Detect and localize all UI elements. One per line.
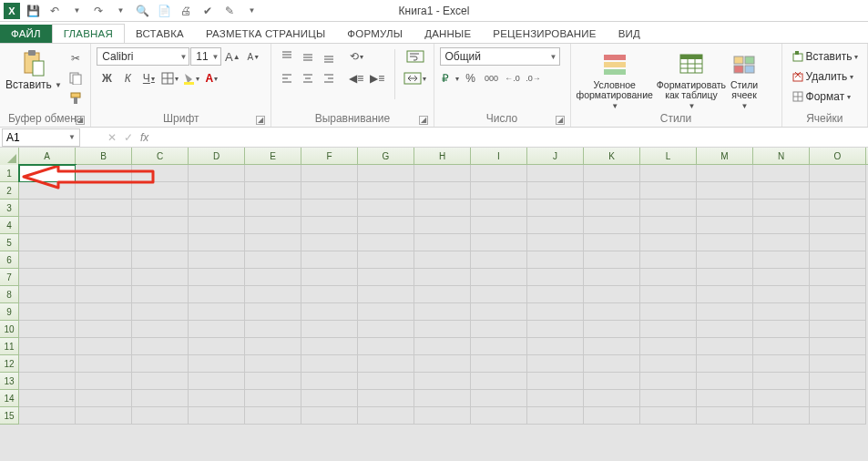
cell[interactable] (245, 407, 301, 425)
cell[interactable] (640, 373, 697, 390)
cell[interactable] (301, 182, 358, 200)
grow-font-icon[interactable]: A▲ (222, 47, 242, 66)
cell[interactable] (189, 338, 245, 355)
column-header[interactable]: J (527, 148, 584, 164)
cell[interactable] (697, 355, 753, 373)
cell[interactable] (245, 234, 301, 251)
cell[interactable] (358, 286, 414, 303)
cell[interactable] (301, 338, 358, 355)
touch-mode-icon[interactable]: ✎ (220, 2, 239, 20)
page-setup-icon[interactable]: 📄 (155, 2, 173, 20)
cell[interactable] (189, 269, 245, 286)
cell[interactable] (19, 373, 76, 390)
row-header[interactable]: 2 (0, 182, 19, 200)
cell[interactable] (76, 407, 132, 425)
underline-button[interactable]: Ч▾ (138, 69, 158, 87)
align-left-icon[interactable] (277, 69, 297, 87)
cell[interactable] (19, 390, 76, 407)
number-launcher-icon[interactable]: ◢ (556, 116, 565, 125)
name-box[interactable]: A1▼ (2, 128, 80, 147)
cell[interactable] (414, 251, 471, 269)
cell[interactable] (810, 165, 866, 182)
cell[interactable] (245, 217, 301, 234)
cell[interactable] (301, 373, 358, 390)
cell[interactable] (132, 234, 189, 251)
cell[interactable] (640, 269, 697, 286)
cell[interactable] (640, 217, 697, 234)
cell[interactable] (471, 251, 527, 269)
cell[interactable] (753, 269, 810, 286)
column-header[interactable]: H (414, 148, 471, 164)
column-header[interactable]: F (301, 148, 358, 164)
cell[interactable] (810, 373, 866, 390)
borders-icon[interactable]: ▾ (159, 69, 179, 87)
cell[interactable] (527, 217, 584, 234)
tab-view[interactable]: ВИД (608, 25, 651, 43)
cell[interactable] (301, 217, 358, 234)
cell[interactable] (358, 407, 414, 425)
cell[interactable] (245, 182, 301, 200)
cell[interactable] (189, 303, 245, 321)
cell[interactable] (414, 390, 471, 407)
cell[interactable] (76, 217, 132, 234)
cell[interactable] (697, 303, 753, 321)
tab-data[interactable]: ДАННЫЕ (414, 25, 482, 43)
cell[interactable] (527, 165, 584, 182)
row-header[interactable]: 5 (0, 234, 19, 251)
cell[interactable] (301, 165, 358, 182)
cell[interactable] (414, 286, 471, 303)
increase-decimal-icon[interactable]: ←.0 (503, 69, 523, 87)
cell[interactable] (584, 338, 640, 355)
cell[interactable] (132, 165, 189, 182)
font-size-combo[interactable]: 11▼ (190, 47, 221, 66)
cell[interactable] (753, 286, 810, 303)
cell[interactable] (358, 373, 414, 390)
spellcheck-icon[interactable]: ✔ (199, 2, 217, 20)
cell[interactable] (527, 200, 584, 217)
align-right-icon[interactable] (319, 69, 339, 87)
cell[interactable] (697, 390, 753, 407)
cell[interactable] (753, 165, 810, 182)
shrink-font-icon[interactable]: A▼ (243, 47, 263, 66)
cell[interactable] (697, 165, 753, 182)
column-header[interactable]: G (358, 148, 414, 164)
cell[interactable] (245, 269, 301, 286)
cell[interactable] (640, 321, 697, 338)
cell[interactable] (640, 165, 697, 182)
cell[interactable] (301, 303, 358, 321)
cell[interactable] (76, 269, 132, 286)
row-header[interactable]: 14 (0, 390, 19, 407)
cell-styles-button[interactable]: Стили ячеек▼ (730, 47, 759, 110)
cell[interactable] (132, 182, 189, 200)
cell[interactable] (358, 303, 414, 321)
cell[interactable] (810, 303, 866, 321)
cell[interactable] (414, 338, 471, 355)
cell[interactable] (471, 200, 527, 217)
save-icon[interactable]: 💾 (24, 2, 42, 20)
column-header[interactable]: L (640, 148, 697, 164)
cell[interactable] (584, 303, 640, 321)
increase-indent-icon[interactable]: ▶≡ (367, 69, 387, 87)
cell[interactable] (132, 321, 189, 338)
cell[interactable] (19, 286, 76, 303)
cell[interactable] (189, 251, 245, 269)
cell[interactable] (697, 373, 753, 390)
cell[interactable] (132, 355, 189, 373)
cell[interactable] (810, 390, 866, 407)
format-painter-icon[interactable] (66, 89, 86, 108)
tab-layout[interactable]: РАЗМЕТКА СТРАНИЦЫ (195, 25, 336, 43)
format-cells-button[interactable]: Формат▾ (788, 87, 863, 106)
cell[interactable] (76, 373, 132, 390)
cell[interactable] (810, 251, 866, 269)
cell[interactable] (358, 355, 414, 373)
cell[interactable] (358, 269, 414, 286)
cell[interactable] (76, 303, 132, 321)
cell[interactable] (245, 390, 301, 407)
cell[interactable] (527, 390, 584, 407)
cell[interactable] (358, 200, 414, 217)
cell[interactable] (132, 390, 189, 407)
cell[interactable] (697, 269, 753, 286)
accounting-format-icon[interactable]: ₽▾ (440, 69, 460, 87)
cell[interactable] (753, 355, 810, 373)
column-header[interactable]: N (753, 148, 810, 164)
